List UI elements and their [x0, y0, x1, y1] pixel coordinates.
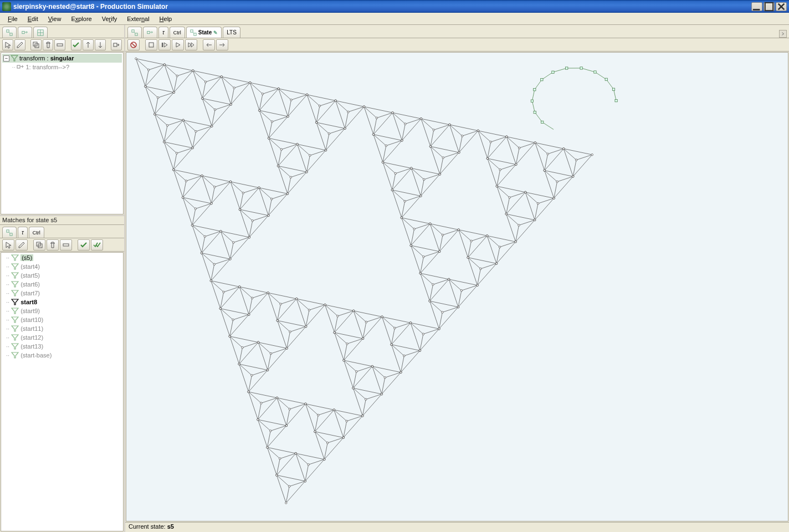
- state-row[interactable]: ··(start7): [2, 289, 122, 298]
- graph-canvas[interactable]: [126, 52, 788, 521]
- svg-point-50: [173, 91, 175, 93]
- menu-view[interactable]: View: [44, 14, 66, 23]
- fast-forward-button[interactable]: [185, 39, 197, 50]
- copy-button[interactable]: [33, 239, 45, 250]
- funnel-icon: [11, 281, 19, 288]
- svg-line-798: [324, 443, 327, 459]
- select-mode-button[interactable]: [2, 39, 13, 50]
- accept-button[interactable]: [78, 239, 90, 250]
- menu-file[interactable]: File: [3, 14, 22, 23]
- menu-external[interactable]: External: [122, 14, 153, 23]
- state-row[interactable]: ··(s5): [2, 253, 122, 262]
- edit-mode-button[interactable]: [14, 39, 25, 50]
- state-row[interactable]: ··start8: [2, 298, 122, 306]
- edit-mode-button[interactable]: [16, 239, 28, 250]
- state-row[interactable]: ··(start12): [2, 333, 122, 342]
- svg-point-72: [233, 87, 235, 89]
- rule-icon: [22, 29, 28, 36]
- svg-point-779: [305, 403, 306, 405]
- rules-panel: − transform : singular ·· 1: transform--…: [0, 25, 124, 216]
- svg-line-498: [421, 257, 424, 273]
- forward-button[interactable]: [216, 39, 228, 50]
- back-button[interactable]: [203, 39, 215, 50]
- svg-line-793: [315, 432, 343, 438]
- run-button[interactable]: [111, 39, 122, 50]
- rename-button[interactable]: [54, 39, 65, 50]
- state-row[interactable]: ··(start-base): [2, 351, 122, 360]
- svg-line-468: [516, 225, 519, 242]
- state-row[interactable]: ··(start13): [2, 342, 122, 351]
- states-tab-2[interactable]: τ: [18, 227, 28, 238]
- main-tab-2[interactable]: [143, 27, 157, 38]
- close-button[interactable]: [776, 2, 787, 11]
- svg-point-772: [270, 430, 271, 432]
- svg-point-190: [325, 149, 326, 151]
- svg-point-532: [480, 268, 481, 269]
- svg-point-52: [157, 97, 158, 99]
- minimize-button[interactable]: [751, 2, 762, 11]
- menu-edit[interactable]: Edit: [23, 14, 43, 23]
- rules-tab-1[interactable]: [2, 27, 17, 38]
- tree-child[interactable]: ·· 1: transform-->?: [2, 63, 122, 71]
- svg-point-439: [544, 170, 545, 171]
- rules-tree[interactable]: − transform : singular ·· 1: transform--…: [1, 52, 124, 214]
- step-button[interactable]: [158, 39, 171, 50]
- svg-point-790: [362, 415, 363, 417]
- state-row[interactable]: ··(start4): [2, 262, 122, 271]
- up-button[interactable]: [83, 39, 94, 50]
- svg-point-422: [547, 153, 549, 155]
- states-tab-3[interactable]: Ctrl: [29, 227, 44, 238]
- svg-line-203: [173, 170, 202, 176]
- svg-point-729: [371, 365, 373, 367]
- svg-point-122: [262, 93, 263, 95]
- rename-button[interactable]: [60, 239, 72, 250]
- main-tab-tau[interactable]: τ: [158, 27, 168, 38]
- state-label: (start10): [21, 316, 43, 323]
- main-tab-state[interactable]: State ✎: [186, 27, 222, 38]
- menu-explore[interactable]: Explore: [66, 14, 96, 23]
- stop-button[interactable]: [145, 39, 157, 50]
- svg-point-119: [249, 81, 251, 83]
- svg-point-592: [232, 319, 234, 320]
- menu-verify[interactable]: Verify: [98, 14, 122, 23]
- main-tab-ctrl[interactable]: Ctrl: [170, 27, 185, 38]
- state-row[interactable]: ··(start6): [2, 280, 122, 289]
- delete-button[interactable]: [47, 239, 59, 250]
- states-tab-1[interactable]: [2, 227, 17, 238]
- maximize-button[interactable]: [764, 2, 775, 11]
- tree-line-icon: ··: [6, 272, 9, 279]
- svg-point-380: [420, 195, 422, 197]
- rules-tab-3[interactable]: [33, 27, 48, 38]
- svg-point-42: [176, 75, 178, 76]
- no-match-button[interactable]: [127, 39, 140, 50]
- collapse-icon[interactable]: −: [3, 55, 9, 62]
- svg-point-499: [410, 244, 412, 246]
- state-row[interactable]: ··(start9): [2, 306, 122, 315]
- tree-root[interactable]: − transform : singular: [2, 54, 122, 63]
- state-list[interactable]: ··(s5)··(start4)··(start5)··(start6)··(s…: [1, 252, 124, 531]
- svg-point-112: [176, 152, 177, 154]
- state-row[interactable]: ··(start10): [2, 315, 122, 324]
- main-tab-lts[interactable]: LTS: [223, 27, 240, 38]
- svg-point-179: [268, 137, 269, 139]
- svg-line-845: [542, 72, 553, 79]
- menu-help[interactable]: Help: [155, 14, 177, 23]
- tab-scroll-right-icon[interactable]: [779, 30, 787, 38]
- main-tab-1[interactable]: [127, 27, 142, 38]
- tree-line-icon: ··: [6, 263, 9, 270]
- svg-point-492: [442, 234, 443, 236]
- rules-tab-2[interactable]: [18, 27, 32, 38]
- play-button[interactable]: [172, 39, 184, 50]
- select-mode-button[interactable]: [2, 239, 14, 250]
- svg-point-519: [486, 235, 488, 237]
- down-button[interactable]: [95, 39, 106, 50]
- svg-point-149: [306, 94, 308, 95]
- state-row[interactable]: ··(start11): [2, 324, 122, 333]
- rules-tabstrip: [0, 25, 124, 38]
- copy-button[interactable]: [30, 39, 42, 50]
- accept-all-button[interactable]: [91, 239, 103, 250]
- accept-button[interactable]: [71, 39, 82, 50]
- state-row[interactable]: ··(start5): [2, 271, 122, 280]
- svg-point-399: [506, 136, 508, 137]
- delete-button[interactable]: [43, 39, 54, 50]
